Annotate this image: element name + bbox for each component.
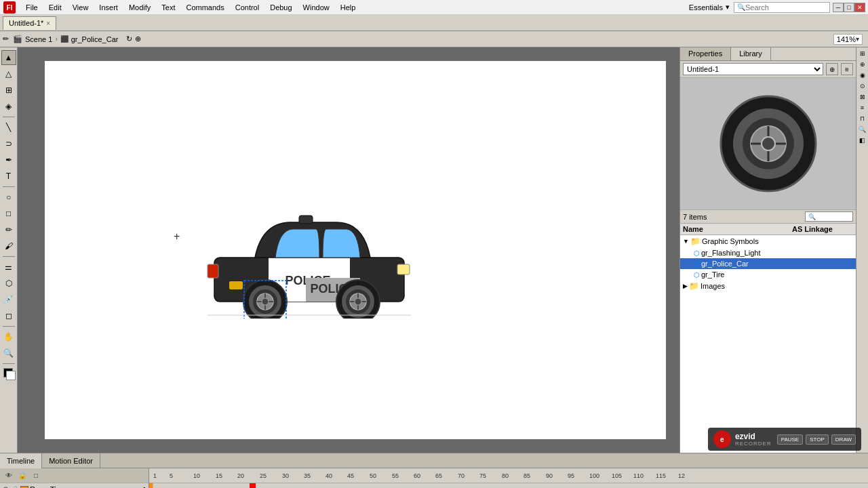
tab-library[interactable]: Library [731, 47, 771, 60]
layer-eye-rear[interactable]: 👁 [1, 486, 9, 489]
menu-bar: Fl File Edit View Insert Modify Text Com… [0, 0, 868, 15]
zoom-tool[interactable]: 🔍 [1, 346, 16, 361]
lib-item-flashing-light[interactable]: ⬡ gr_Flashing_Light [680, 247, 856, 258]
select-tool[interactable]: ▲ [1, 50, 16, 65]
timeline-tab[interactable]: Timeline [0, 453, 42, 468]
maximize-button[interactable]: □ [844, 3, 854, 12]
document-tab[interactable]: Untitled-1* × [3, 16, 56, 30]
lib-options-button[interactable]: ≡ [841, 63, 853, 75]
lib-item-police-car[interactable]: ⬡ gr_Police_Car [680, 258, 856, 269]
free-transform-tool[interactable]: ⊞ [1, 83, 16, 98]
eraser-tool[interactable]: ◻ [1, 308, 16, 323]
frame-num-35: 35 [304, 472, 311, 479]
lib-search-input[interactable] [816, 213, 850, 220]
menu-control[interactable]: Control [230, 2, 264, 13]
close-button[interactable]: ✕ [854, 3, 865, 12]
right-tool-3[interactable]: ◉ [858, 70, 867, 80]
tab-properties[interactable]: Properties [680, 47, 731, 60]
hand-tool[interactable]: ✋ [1, 329, 16, 344]
col-linkage-header[interactable]: AS Linkage [792, 225, 853, 233]
lasso-tool[interactable]: ⊃ [1, 136, 16, 151]
search-icon: 🔍 [737, 3, 745, 11]
stroke-fill-indicator[interactable] [2, 367, 16, 380]
police-car-graphic[interactable]: POLICE POLICE [201, 197, 418, 320]
subselect-tool[interactable]: △ [1, 66, 16, 81]
item-count: 7 items [683, 213, 707, 221]
pen-tool[interactable]: ✒ [1, 152, 16, 167]
layer-lock-rear[interactable]: 🔓 [11, 486, 19, 489]
right-tool-2[interactable]: ⊕ [858, 60, 867, 69]
right-tool-7[interactable]: ⊓ [858, 114, 867, 123]
motion-editor-tab[interactable]: Motion Editor [42, 453, 100, 468]
eye-all-icon[interactable]: 👁 [3, 470, 15, 481]
canvas-area[interactable]: POLICE POLICE [18, 47, 679, 453]
lock-all-icon[interactable]: 🔒 [16, 470, 28, 481]
canvas-stage[interactable]: POLICE POLICE [45, 61, 666, 439]
menu-window[interactable]: Window [298, 2, 335, 13]
secondary-bar: ✏ 🎬 Scene 1 › ⬛ gr_Police_Car ↻ ⊕ 141% ▾ [0, 31, 868, 47]
bone-tool[interactable]: ⚌ [1, 260, 16, 274]
frame-num-75: 75 [479, 472, 486, 479]
menu-text[interactable]: Text [156, 2, 180, 13]
paint-bucket-tool[interactable]: ⬡ [1, 276, 16, 291]
brush-tool[interactable]: 🖌 [1, 239, 16, 253]
new-symbol-button[interactable]: ⊕ [826, 63, 838, 75]
essentials-dropdown-icon[interactable]: ▾ [726, 3, 730, 12]
menu-commands[interactable]: Commands [180, 2, 229, 13]
oval-tool[interactable]: ○ [1, 190, 16, 205]
right-tool-1[interactable]: ⊞ [858, 49, 867, 58]
menu-insert[interactable]: Insert [94, 2, 123, 13]
pencil-tool[interactable]: ✏ [1, 222, 16, 237]
gradient-tool[interactable]: ◈ [1, 99, 16, 114]
images-folder[interactable]: ▶ 📁 Images [680, 280, 856, 292]
frames-content[interactable] [149, 483, 868, 488]
library-dropdown[interactable]: Untitled-1 [683, 63, 823, 75]
menu-debug[interactable]: Debug [264, 2, 297, 13]
right-tool-6[interactable]: ≡ [858, 103, 867, 113]
menu-help[interactable]: Help [335, 2, 361, 13]
police-car-label: gr_Police_Car [701, 260, 749, 268]
frames-rear-empty [153, 483, 868, 488]
right-tool-8[interactable]: 🔍 [858, 125, 867, 134]
right-tool-9[interactable]: ◧ [858, 136, 867, 145]
zoom-dropdown-icon[interactable]: ▾ [856, 35, 859, 43]
layer-row-rear-tire[interactable]: 👁 🔓 Rear_Tire ● ◆ [0, 483, 149, 488]
ezvid-pause-button[interactable]: PAUSE [777, 434, 804, 445]
frame-num-65: 65 [435, 472, 442, 479]
images-label: Images [701, 282, 725, 290]
menu-modify[interactable]: Modify [123, 2, 156, 13]
ezvid-draw-button[interactable]: DRAW [831, 434, 856, 445]
search-input[interactable] [745, 3, 827, 12]
lib-item-tire[interactable]: ⬡ gr_Tire [680, 269, 856, 280]
menu-view[interactable]: View [67, 2, 94, 13]
doc-tab-label: Untitled-1* [9, 19, 43, 27]
col-name-header[interactable]: Name [683, 225, 792, 233]
menu-edit[interactable]: Edit [43, 2, 67, 13]
scene-label-text[interactable]: Scene 1 [25, 35, 52, 43]
minimize-button[interactable]: ─ [833, 3, 844, 12]
zoom-control[interactable]: 141% ▾ [833, 34, 863, 45]
frame-num-55: 55 [392, 472, 399, 479]
rear-tire-frames[interactable] [149, 483, 868, 488]
ezvid-stop-button[interactable]: STOP [806, 434, 829, 445]
right-tool-5[interactable]: ⊠ [858, 92, 867, 102]
graphic-symbols-folder[interactable]: ▼ 📁 Graphic Symbols [680, 235, 856, 247]
right-tool-4[interactable]: ⊙ [858, 81, 867, 91]
frame-num-5: 5 [170, 472, 173, 479]
frames-area: 1 5 10 15 20 25 30 35 40 45 50 55 60 65 … [149, 468, 868, 488]
eyedropper-tool[interactable]: 💉 [1, 292, 16, 307]
symbol-icon: ⬛ [60, 35, 68, 43]
menu-file[interactable]: File [20, 2, 43, 13]
tool-separator-4 [3, 326, 15, 327]
rectangle-tool[interactable]: □ [1, 206, 16, 221]
outline-all-icon[interactable]: □ [30, 470, 42, 481]
frame-num-12: 12 [678, 472, 685, 479]
library-items-header: 7 items 🔍 [680, 210, 856, 224]
symbol-label-text[interactable]: gr_Police_Car [71, 35, 119, 43]
library-search[interactable]: 🔍 [805, 211, 853, 222]
line-tool[interactable]: ╲ [1, 120, 16, 135]
text-tool[interactable]: T [1, 169, 16, 184]
library-column-header: Name AS Linkage [680, 224, 856, 235]
playhead [254, 483, 256, 488]
tab-close-icon[interactable]: × [46, 20, 50, 27]
